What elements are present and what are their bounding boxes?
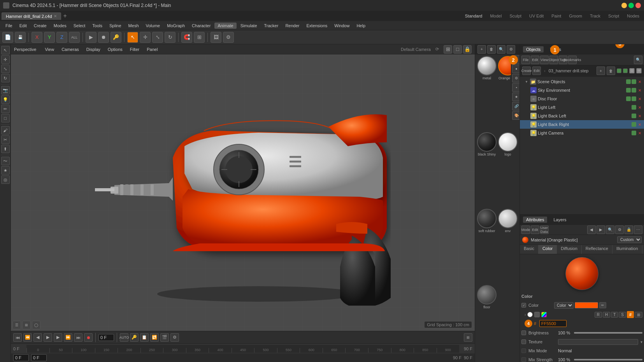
menu-spline[interactable]: Spline — [106, 23, 125, 29]
attr-edit-btn[interactable]: Edit — [531, 226, 539, 234]
paint-sidebar[interactable]: 🖌 — [1, 126, 10, 135]
loop-btn[interactable]: 🔁 — [150, 333, 159, 342]
sky-vis[interactable] — [626, 88, 631, 93]
obj-file-btn[interactable]: File — [521, 56, 530, 64]
light-sidebar[interactable]: 💡 — [1, 95, 10, 104]
tree-item-light-left[interactable]: 💡 Light Left ✕ — [520, 103, 644, 112]
obj-edit-btn[interactable]: Edit — [531, 56, 539, 64]
play-btn[interactable]: ▶ — [86, 32, 97, 43]
save-btn[interactable]: 💾 — [15, 32, 26, 43]
material-logo[interactable]: logo — [498, 132, 518, 208]
primitive-sidebar[interactable]: □ — [1, 114, 10, 122]
options-menu[interactable]: Options — [105, 46, 126, 52]
menu-file[interactable]: File — [2, 23, 16, 29]
lbr-vis[interactable] — [632, 122, 636, 127]
btn-t[interactable]: T — [611, 312, 618, 318]
color-mode-spectrum[interactable] — [541, 312, 547, 317]
attr-search2[interactable]: 🔍 — [606, 226, 614, 234]
view-safe-btn[interactable]: □ — [453, 45, 462, 54]
play-btn[interactable]: ▶ — [44, 333, 52, 342]
menu-character[interactable]: Character — [189, 23, 214, 29]
mat-side-sphere[interactable]: ● — [512, 65, 519, 73]
action-vis[interactable] — [626, 79, 631, 84]
lc-vis[interactable] — [632, 131, 636, 135]
menu-help[interactable]: Help — [353, 23, 369, 29]
tab-file[interactable]: Hammer drill_final 2.c4d ✕ — [2, 12, 61, 20]
menu-tracker[interactable]: Tracker — [261, 23, 282, 29]
btn-h[interactable]: H — [603, 312, 610, 318]
timeline-ruler[interactable]: 0 50 100 150 200 250 300 350 400 450 500… — [26, 345, 459, 353]
attr-nav-fwd[interactable]: ▶ — [597, 226, 605, 234]
material-metal[interactable]: metal — [477, 56, 497, 131]
lbl-delete[interactable]: ✕ — [637, 113, 642, 119]
attr-mode-btn[interactable]: Mode — [521, 226, 530, 234]
tab-diffusion[interactable]: Diffusion — [557, 245, 582, 254]
key-btn[interactable]: 🔑 — [111, 32, 121, 43]
hex-input[interactable] — [539, 320, 567, 327]
timeline-settings-btn[interactable]: ⚙ — [170, 333, 179, 342]
viewport-list-btn[interactable]: ☰ — [12, 321, 21, 329]
x-axis[interactable]: X — [32, 32, 42, 43]
deformer-sidebar[interactable]: 〜 — [1, 157, 10, 165]
btn-grid[interactable]: ⊞ — [635, 312, 642, 318]
texture-input[interactable] — [558, 339, 638, 345]
edit-scene-btn[interactable]: Edit — [532, 66, 541, 75]
viewport-solo-btn[interactable]: ◯ — [32, 321, 40, 329]
color-mode-dropdown[interactable]: Color — [554, 302, 574, 309]
mat-filter-btn[interactable]: 🔍 — [497, 45, 505, 54]
tab-attributes[interactable]: Attributes — [523, 217, 547, 223]
menu-mesh[interactable]: Mesh — [125, 23, 142, 29]
record-btn[interactable]: ⏺ — [98, 32, 109, 43]
select-tool-sidebar[interactable]: ↖ — [1, 46, 10, 54]
mat-side-settings2[interactable]: ⚙ — [512, 74, 519, 82]
minimize-button[interactable] — [621, 3, 627, 8]
scene-vis2[interactable] — [623, 68, 628, 73]
mix-slider[interactable] — [574, 359, 642, 360]
expand-scene-icon[interactable]: ▼ — [524, 79, 529, 84]
disc-vis2[interactable] — [632, 96, 636, 101]
all-axis[interactable]: ALL — [69, 32, 80, 43]
tree-item-light-back-right[interactable]: 💡 Light Back Right ✕ — [520, 120, 644, 129]
mat-delete-btn[interactable]: 🗑 — [487, 45, 496, 54]
render-settings-btn[interactable]: ⚙ — [223, 32, 234, 43]
tab-viewport[interactable]: Viewport — [642, 245, 644, 254]
texture-expand[interactable]: ▾ — [640, 340, 642, 344]
scene-vis4[interactable]: 👁 — [636, 68, 642, 73]
tab-add-button[interactable]: + — [63, 12, 67, 19]
action-vis2[interactable] — [632, 79, 636, 84]
menu-select[interactable]: Select — [70, 23, 89, 29]
extrude-sidebar[interactable]: ⬆ — [1, 145, 10, 153]
mat-side-scene[interactable]: ▪ — [512, 83, 519, 92]
color-mode-box[interactable] — [534, 312, 540, 317]
obj-view-btn[interactable]: View — [540, 56, 549, 64]
material-black-shiny[interactable]: black Shiny — [477, 132, 497, 208]
tab-objects[interactable]: Objects — [523, 46, 544, 52]
frame-display-1[interactable] — [13, 354, 29, 361]
rotate-tool[interactable]: ↻ — [165, 32, 175, 43]
attr-nav-back[interactable]: ◀ — [587, 226, 596, 234]
menu-nodes[interactable]: Nodes — [624, 13, 642, 19]
auto-key-btn[interactable]: AUTO — [120, 333, 128, 342]
fps-btn[interactable]: 🎬 — [160, 333, 169, 342]
action-delete[interactable]: ✕ — [637, 79, 642, 84]
attr-userdata-btn[interactable]: User Data — [540, 226, 549, 234]
tab-color[interactable]: Color — [539, 245, 557, 254]
layer-btn[interactable]: 📋 — [140, 333, 149, 342]
tab-close-icon[interactable]: ✕ — [54, 14, 57, 18]
camera-sidebar[interactable]: 📷 — [1, 86, 10, 94]
menu-volume[interactable]: Volume — [143, 23, 163, 29]
next-key-btn[interactable]: ▶ — [54, 333, 62, 342]
maximize-button[interactable] — [628, 3, 634, 8]
sky-delete[interactable]: ✕ — [637, 87, 642, 93]
timeline-end-btn[interactable]: ⊞ — [464, 333, 472, 342]
menu-extensions[interactable]: Extensions — [303, 23, 330, 29]
effector-sidebar[interactable]: ★ — [1, 166, 10, 175]
mat-side-color[interactable]: 🎨 — [512, 111, 519, 120]
disc-vis[interactable] — [626, 96, 631, 101]
camera-expand-icon[interactable]: ⟳ — [435, 47, 439, 52]
grid-btn[interactable]: ⊞ — [194, 32, 205, 43]
snap-btn[interactable]: 🧲 — [181, 32, 192, 43]
obj-bookmarks-btn[interactable]: Bookmarks — [568, 56, 577, 64]
z-axis[interactable]: Z — [56, 32, 67, 43]
goto-end-btn[interactable]: ⏭ — [74, 333, 82, 342]
